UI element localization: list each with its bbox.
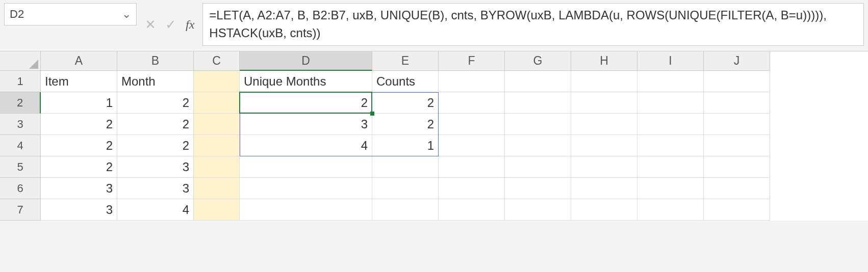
cell-H7[interactable] [571, 199, 637, 221]
cell-D6[interactable] [240, 178, 372, 199]
cell-E2[interactable]: 2 [372, 92, 439, 114]
cell-E3[interactable]: 2 [372, 114, 439, 135]
cell-C4[interactable] [194, 135, 240, 156]
cell-I6[interactable] [637, 178, 704, 199]
name-box[interactable]: D2 ⌄ [4, 3, 137, 25]
cell-H4[interactable] [571, 135, 637, 156]
grid-row: 3 2 2 3 2 [0, 114, 868, 135]
cell-E4[interactable]: 1 [372, 135, 439, 156]
cell-B7[interactable]: 4 [117, 199, 194, 221]
cell-I5[interactable] [637, 156, 704, 178]
row-header-3[interactable]: 3 [0, 114, 41, 135]
cell-G7[interactable] [505, 199, 571, 221]
cell-B1[interactable]: Month [117, 71, 194, 92]
cell-F6[interactable] [439, 178, 505, 199]
cell-A3[interactable]: 2 [41, 114, 117, 135]
select-all-triangle[interactable] [0, 51, 41, 71]
row-header-7[interactable]: 7 [0, 199, 41, 221]
cell-H5[interactable] [571, 156, 637, 178]
col-header-E[interactable]: E [372, 51, 439, 71]
col-header-I[interactable]: I [637, 51, 704, 71]
col-header-H[interactable]: H [571, 51, 637, 71]
chevron-down-icon[interactable]: ⌄ [122, 8, 131, 21]
cell-A5[interactable]: 2 [41, 156, 117, 178]
cell-F4[interactable] [439, 135, 505, 156]
cell-A7[interactable]: 3 [41, 199, 117, 221]
formula-input[interactable]: =LET(A, A2:A7, B, B2:B7, uxB, UNIQUE(B),… [202, 3, 864, 46]
cell-A2[interactable]: 1 [41, 92, 117, 114]
cell-G2[interactable] [505, 92, 571, 114]
cell-B2[interactable]: 2 [117, 92, 194, 114]
cell-J4[interactable] [704, 135, 770, 156]
cell-E7[interactable] [372, 199, 439, 221]
row-header-1[interactable]: 1 [0, 71, 41, 92]
row-header-4[interactable]: 4 [0, 135, 41, 156]
cell-I1[interactable] [637, 71, 704, 92]
col-header-D[interactable]: D [240, 51, 372, 71]
svg-marker-0 [29, 60, 38, 69]
fx-icon[interactable]: fx [186, 18, 194, 32]
cancel-icon[interactable]: ✕ [145, 17, 156, 33]
grid-row: 2 1 2 2 2 [0, 92, 868, 114]
cell-D5[interactable] [240, 156, 372, 178]
cell-C2[interactable] [194, 92, 240, 114]
cell-I3[interactable] [637, 114, 704, 135]
cell-C7[interactable] [194, 199, 240, 221]
cell-E6[interactable] [372, 178, 439, 199]
grid-body: 1 Item Month Unique Months Counts 2 1 2 … [0, 71, 868, 221]
col-header-G[interactable]: G [505, 51, 571, 71]
cell-F3[interactable] [439, 114, 505, 135]
cell-E1[interactable]: Counts [372, 71, 439, 92]
confirm-icon[interactable]: ✓ [165, 17, 176, 33]
cell-H2[interactable] [571, 92, 637, 114]
cell-I4[interactable] [637, 135, 704, 156]
row-header-6[interactable]: 6 [0, 178, 41, 199]
cell-J5[interactable] [704, 156, 770, 178]
cell-H3[interactable] [571, 114, 637, 135]
cell-A6[interactable]: 3 [41, 178, 117, 199]
cell-D4[interactable]: 4 [240, 135, 372, 156]
cell-C6[interactable] [194, 178, 240, 199]
cell-C5[interactable] [194, 156, 240, 178]
cell-C3[interactable] [194, 114, 240, 135]
cell-B4[interactable]: 2 [117, 135, 194, 156]
cell-J3[interactable] [704, 114, 770, 135]
cell-D1[interactable]: Unique Months [240, 71, 372, 92]
cell-G3[interactable] [505, 114, 571, 135]
col-header-C[interactable]: C [194, 51, 240, 71]
cell-I2[interactable] [637, 92, 704, 114]
cell-F5[interactable] [439, 156, 505, 178]
cell-A4[interactable]: 2 [41, 135, 117, 156]
cell-A1[interactable]: Item [41, 71, 117, 92]
cell-J6[interactable] [704, 178, 770, 199]
cell-C1[interactable] [194, 71, 240, 92]
cell-F7[interactable] [439, 199, 505, 221]
grid-row: 7 3 4 [0, 199, 868, 221]
cell-B6[interactable]: 3 [117, 178, 194, 199]
row-header-5[interactable]: 5 [0, 156, 41, 178]
col-header-A[interactable]: A [41, 51, 117, 71]
cell-H6[interactable] [571, 178, 637, 199]
cell-J7[interactable] [704, 199, 770, 221]
cell-F2[interactable] [439, 92, 505, 114]
col-header-J[interactable]: J [704, 51, 770, 71]
cell-D7[interactable] [240, 199, 372, 221]
spreadsheet-grid: A B C D E F G H I J 1 Item Month Unique … [0, 51, 868, 221]
cell-D2[interactable]: 2 [240, 92, 372, 114]
cell-D3[interactable]: 3 [240, 114, 372, 135]
col-header-B[interactable]: B [117, 51, 194, 71]
cell-H1[interactable] [571, 71, 637, 92]
row-header-2[interactable]: 2 [0, 92, 41, 114]
cell-G1[interactable] [505, 71, 571, 92]
cell-J1[interactable] [704, 71, 770, 92]
cell-B3[interactable]: 2 [117, 114, 194, 135]
cell-G5[interactable] [505, 156, 571, 178]
cell-E5[interactable] [372, 156, 439, 178]
cell-F1[interactable] [439, 71, 505, 92]
cell-I7[interactable] [637, 199, 704, 221]
cell-J2[interactable] [704, 92, 770, 114]
cell-G6[interactable] [505, 178, 571, 199]
col-header-F[interactable]: F [439, 51, 505, 71]
cell-B5[interactable]: 3 [117, 156, 194, 178]
cell-G4[interactable] [505, 135, 571, 156]
